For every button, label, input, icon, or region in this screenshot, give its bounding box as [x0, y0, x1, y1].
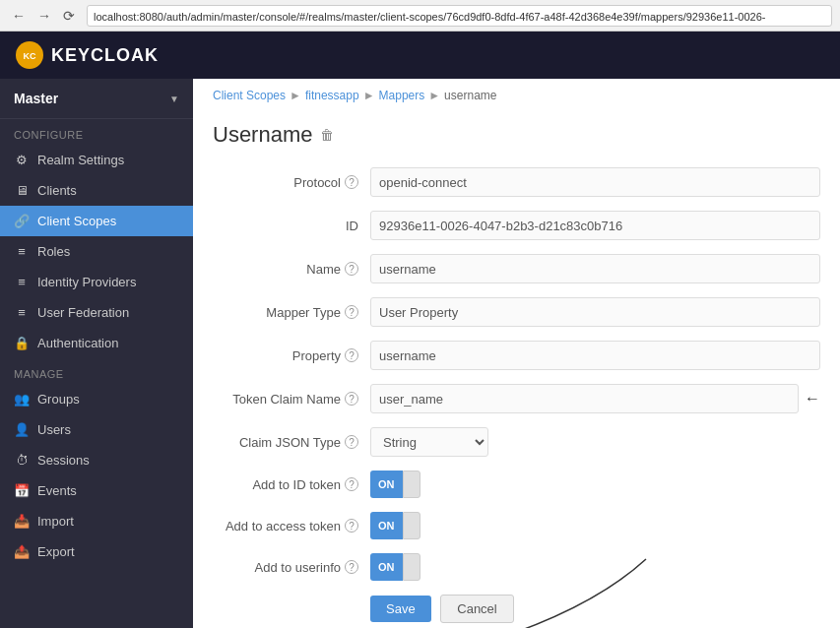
breadcrumb-sep-3: ►	[428, 89, 440, 102]
sidebar-item-label: Groups	[37, 392, 80, 407]
mapper-type-help-icon[interactable]: ?	[345, 305, 358, 319]
token-claim-name-label: Token Claim Name ?	[213, 392, 370, 407]
sidebar: Master ▼ Configure ⚙ Realm Settings 🖥 Cl…	[0, 79, 193, 628]
property-label: Property ?	[213, 348, 370, 363]
roles-icon: ≡	[14, 244, 30, 259]
reload-button[interactable]: ⟳	[59, 6, 79, 26]
id-input[interactable]	[370, 211, 820, 240]
add-to-access-token-group: Add to access token ? ON	[213, 512, 820, 539]
users-icon: 👤	[14, 422, 30, 437]
property-input[interactable]	[370, 341, 820, 370]
sidebar-item-authentication[interactable]: 🔒 Authentication	[0, 328, 193, 358]
logo-text: KEYCLOAK	[51, 45, 159, 66]
add-to-id-token-help-icon[interactable]: ?	[345, 477, 358, 491]
sidebar-item-label: Import	[37, 514, 74, 529]
protocol-label: Protocol ?	[213, 175, 370, 190]
app: KC KEYCLOAK Master ▼ Configure ⚙ Realm S…	[0, 31, 840, 628]
breadcrumb: Client Scopes ► fitnessapp ► Mappers ► u…	[193, 79, 840, 112]
token-claim-name-field-group: Token Claim Name ? ←	[213, 384, 820, 413]
sidebar-item-client-scopes[interactable]: 🔗 Client Scopes	[0, 206, 193, 236]
name-help-icon[interactable]: ?	[345, 262, 358, 276]
sidebar-item-identity-providers[interactable]: ≡ Identity Providers	[0, 267, 193, 297]
claim-json-type-help-icon[interactable]: ?	[345, 435, 358, 449]
token-claim-name-help-icon[interactable]: ?	[345, 392, 358, 406]
name-input[interactable]	[370, 254, 820, 283]
id-field-group: ID	[213, 211, 820, 240]
realm-selector[interactable]: Master ▼	[0, 79, 193, 119]
sidebar-item-users[interactable]: 👤 Users	[0, 414, 193, 445]
sidebar-item-label: User Federation	[37, 305, 129, 320]
name-label: Name ?	[213, 262, 370, 277]
browser-nav: ← → ⟳	[8, 6, 79, 26]
claim-json-type-select-wrap: String long int boolean JSON	[370, 427, 488, 457]
events-icon: 📅	[14, 483, 30, 498]
sidebar-item-sessions[interactable]: ⏱ Sessions	[0, 445, 193, 475]
sidebar-item-label: Client Scopes	[37, 214, 116, 228]
sidebar-item-label: Realm Settings	[37, 153, 124, 167]
add-to-id-token-on[interactable]: ON	[370, 471, 403, 498]
sidebar-item-label: Identity Providers	[37, 275, 136, 289]
sidebar-item-label: Roles	[37, 244, 70, 259]
chevron-down-icon: ▼	[169, 94, 179, 104]
logo-icon: KC	[16, 41, 43, 69]
user-federation-icon: ≡	[14, 305, 30, 320]
identity-providers-icon: ≡	[14, 275, 30, 289]
sidebar-item-label: Authentication	[37, 336, 118, 350]
breadcrumb-mappers[interactable]: Mappers	[379, 89, 425, 102]
client-scopes-icon: 🔗	[14, 214, 30, 228]
add-to-id-token-off[interactable]	[403, 471, 420, 498]
sessions-icon: ⏱	[14, 453, 30, 468]
mapper-type-input[interactable]	[370, 297, 820, 327]
sidebar-item-user-federation[interactable]: ≡ User Federation	[0, 297, 193, 328]
arrow-indicator: ←	[805, 390, 820, 408]
main-layout: Master ▼ Configure ⚙ Realm Settings 🖥 Cl…	[0, 79, 840, 628]
property-help-icon[interactable]: ?	[345, 348, 358, 362]
breadcrumb-client-scopes[interactable]: Client Scopes	[213, 89, 286, 102]
mapper-type-label: Mapper Type ?	[213, 305, 370, 320]
breadcrumb-sep-2: ►	[363, 89, 375, 102]
sidebar-item-realm-settings[interactable]: ⚙ Realm Settings	[0, 145, 193, 175]
add-to-access-token-help-icon[interactable]: ?	[345, 519, 358, 533]
manage-section-label: Manage	[0, 358, 193, 384]
claim-json-type-label: Claim JSON Type ?	[213, 435, 370, 450]
mapper-type-field-group: Mapper Type ?	[213, 297, 820, 327]
sidebar-item-export[interactable]: 📤 Export	[0, 536, 193, 567]
sidebar-item-events[interactable]: 📅 Events	[0, 475, 193, 506]
breadcrumb-fitnessapp[interactable]: fitnessapp	[305, 89, 359, 102]
sidebar-item-roles[interactable]: ≡ Roles	[0, 236, 193, 267]
page-content: Username 🗑 Protocol ?	[193, 112, 840, 628]
protocol-help-icon[interactable]: ?	[345, 175, 358, 189]
add-to-access-token-on[interactable]: ON	[370, 512, 403, 539]
page-title: Username	[213, 122, 312, 148]
breadcrumb-sep-1: ►	[290, 89, 301, 102]
sidebar-item-groups[interactable]: 👥 Groups	[0, 384, 193, 414]
sidebar-item-label: Clients	[37, 183, 77, 198]
sidebar-item-label: Users	[37, 422, 71, 437]
sidebar-item-label: Export	[37, 544, 75, 559]
claim-json-type-select[interactable]: String long int boolean JSON	[370, 427, 488, 457]
sidebar-item-clients[interactable]: 🖥 Clients	[0, 175, 193, 206]
export-icon: 📤	[14, 544, 30, 559]
add-to-userinfo-help-icon[interactable]: ?	[345, 560, 358, 574]
protocol-field-group: Protocol ?	[213, 167, 820, 197]
protocol-input[interactable]	[370, 167, 820, 197]
configure-section-label: Configure	[0, 119, 193, 145]
browser-bar: ← → ⟳ localhost:8080/auth/admin/master/c…	[0, 0, 840, 31]
token-claim-name-input[interactable]	[370, 384, 799, 413]
import-icon: 📥	[14, 514, 30, 529]
annotation-arrow-svg	[370, 554, 666, 628]
claim-json-type-field-group: Claim JSON Type ? String long int boolea…	[213, 427, 820, 457]
add-to-access-token-label: Add to access token ?	[213, 519, 370, 534]
forward-button[interactable]: →	[33, 6, 55, 26]
property-field-group: Property ?	[213, 341, 820, 370]
breadcrumb-current: username	[444, 89, 496, 102]
add-to-access-token-off[interactable]	[403, 512, 420, 539]
groups-icon: 👥	[14, 392, 30, 407]
id-label: ID	[213, 219, 370, 233]
sidebar-item-import[interactable]: 📥 Import	[0, 506, 193, 536]
address-bar[interactable]: localhost:8080/auth/admin/master/console…	[87, 5, 832, 27]
delete-button[interactable]: 🗑	[320, 127, 334, 143]
add-to-id-token-group: Add to ID token ? ON	[213, 471, 820, 498]
logo: KC KEYCLOAK	[16, 41, 159, 69]
back-button[interactable]: ←	[8, 6, 30, 26]
